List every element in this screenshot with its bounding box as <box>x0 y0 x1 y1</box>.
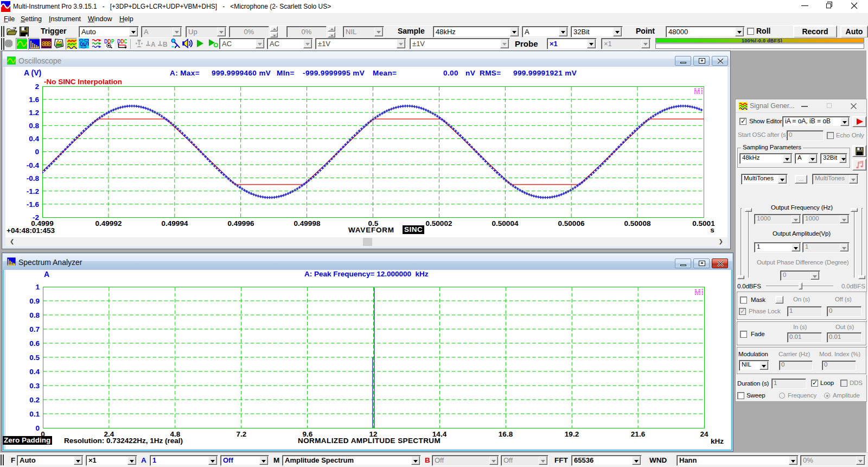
svg-text:B: B <box>163 41 168 48</box>
svg-text:888: 888 <box>42 40 52 48</box>
svg-text:DDC: DDC <box>117 39 127 45</box>
svg-text:A: A <box>151 41 156 48</box>
svg-text:DDP: DDP <box>104 39 114 45</box>
svg-text:DUT: DUT <box>80 41 89 47</box>
